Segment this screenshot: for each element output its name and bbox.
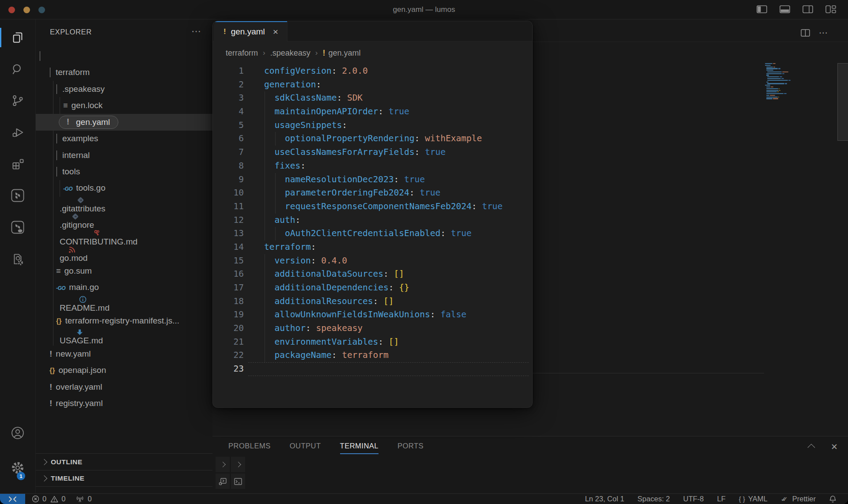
chevron-right-icon[interactable] [231, 457, 245, 472]
tree-item-terraform-registry-manifest.js...[interactable]: {}terraform-registry-manifest.js... [36, 312, 212, 329]
debug-console-icon[interactable] [216, 474, 230, 489]
minimap-slider[interactable] [837, 63, 848, 141]
tree-item-tools[interactable]: tools [36, 164, 212, 181]
split-editor-icon[interactable] [798, 27, 812, 38]
tree-item-.gitattributes[interactable]: .gitattributes [36, 197, 212, 214]
yaml-file-icon: ! [49, 383, 52, 391]
line-number: 18 [213, 295, 244, 308]
status-lf[interactable]: LF [717, 495, 726, 503]
tree-item-go.mod[interactable]: go.mod [36, 246, 212, 263]
status-ln-23-col-1[interactable]: Ln 23, Col 1 [585, 495, 624, 503]
terraform-cloud-icon[interactable] [6, 216, 30, 239]
explorer-header: EXPLORER [50, 28, 92, 36]
status-yaml[interactable]: { }YAML [739, 495, 768, 503]
tree-item-USAGE.md[interactable]: USAGE.md [36, 329, 212, 346]
code-editor[interactable]: 1configVersion: 2.0.02generation:3sdkCla… [213, 64, 532, 376]
tab-gen-yaml[interactable]: ! gen.yaml × [214, 21, 288, 42]
arrow-down-file-icon [56, 329, 103, 336]
settings-icon[interactable]: 1 [6, 456, 30, 479]
chevron-down-icon [57, 84, 57, 94]
panel-tab-output[interactable]: OUTPUT [290, 436, 321, 455]
new-terminal-icon[interactable] [231, 474, 245, 489]
explorer-icon[interactable] [6, 26, 30, 49]
code-line-21: 21environmentVariables: [] [213, 335, 532, 349]
tree-item-CONTRIBUTING.md[interactable]: CONTRIBUTING.md [36, 230, 212, 247]
tree-item-terraform[interactable]: terraform [36, 64, 212, 81]
panel-tab-terminal[interactable]: TERMINAL [340, 436, 379, 455]
tree-item-openapi.json[interactable]: {}openapi.json [36, 362, 212, 379]
toggle-primary-sidebar-icon[interactable] [755, 4, 768, 15]
toggle-secondary-sidebar-icon[interactable] [801, 4, 814, 15]
tree-item-gen.lock[interactable]: ≡gen.lock [36, 98, 212, 114]
status-error[interactable]: 0 [32, 495, 46, 503]
tree-item-label: tools.go [76, 183, 106, 192]
tree-item-label: examples [62, 134, 98, 143]
breadcrumb-separator: › [263, 49, 265, 57]
tree-item-new.yaml[interactable]: !new.yaml [36, 346, 212, 362]
editor-more-actions-icon[interactable]: ⋯ [816, 27, 830, 38]
line-number: 23 [213, 362, 244, 376]
remote-indicator[interactable] [0, 494, 25, 504]
tree-item-registry.yaml[interactable]: !registry.yaml [36, 395, 212, 412]
breadcrumb-item-.speakeasy[interactable]: .speakeasy [270, 49, 310, 58]
code-line-11: 11requestResponseComponentNamesFeb2024: … [213, 200, 532, 214]
timeline-section-header[interactable]: TIMELINE [36, 470, 212, 487]
code-config-icon[interactable] [6, 248, 30, 271]
search-icon[interactable] [6, 58, 30, 81]
tree-item-project-root[interactable] [36, 48, 212, 64]
tree-item-examples[interactable]: examples [36, 131, 212, 147]
outline-section-header[interactable]: OUTLINE [36, 453, 212, 470]
title-bar: gen.yaml — lumos [0, 0, 848, 19]
file-tree: terraform.speakeasy≡gen.lock!gen.yamlexa… [36, 48, 212, 412]
toggle-panel-icon[interactable] [778, 4, 791, 15]
run-and-debug-icon[interactable] [6, 121, 30, 144]
status-utf-8[interactable]: UTF-8 [683, 495, 704, 503]
code-line-4: 4maintainOpenAPIOrder: true [213, 105, 532, 119]
breadcrumb-item-terraform[interactable]: terraform [226, 49, 258, 58]
code-line-17: 17additionalDependencies: {} [213, 281, 532, 295]
status-broadcast[interactable]: 0 [76, 495, 91, 503]
info-file-icon [56, 296, 110, 303]
braces-file-icon: {} [56, 317, 61, 325]
tree-item-README.md[interactable]: README.md [36, 296, 212, 313]
chevron-right-icon [57, 134, 57, 143]
chevron-right-icon[interactable] [216, 457, 230, 472]
close-panel-icon[interactable]: ✕ [828, 441, 840, 452]
status-warning[interactable]: 0 [50, 495, 65, 503]
maximize-panel-icon[interactable] [806, 441, 818, 452]
line-number: 12 [213, 214, 244, 227]
chevron-right-icon [41, 475, 47, 481]
explorer-more-actions-icon[interactable]: ⋯ [191, 26, 202, 37]
tree-item-go.sum[interactable]: ≡go.sum [36, 263, 212, 280]
terraform-icon[interactable] [6, 184, 30, 207]
chevron-right-icon [57, 150, 57, 160]
tree-item-label: new.yaml [56, 349, 91, 358]
editor-panel: ! gen.yaml × terraform›.speakeasy›!gen.y… [212, 21, 533, 408]
tree-item-label: go.sum [64, 266, 92, 275]
minimap[interactable] [765, 63, 800, 100]
tree-item-label: openapi.json [58, 365, 106, 375]
status-prettier[interactable]: ✓✓Prettier [781, 495, 816, 503]
tree-item-main.go[interactable]: -GOmain.go [36, 279, 212, 296]
status-spaces-2[interactable]: Spaces: 2 [637, 495, 670, 503]
notifications-bell-icon[interactable] [829, 495, 837, 503]
panel-tab-problems[interactable]: PROBLEMS [228, 436, 271, 455]
close-tab-icon[interactable]: × [273, 26, 278, 37]
tree-item-.gitignore[interactable]: .gitignore [36, 213, 212, 230]
extensions-icon[interactable] [6, 153, 30, 176]
breadcrumb-item-gen.yaml[interactable]: !gen.yaml [322, 49, 360, 58]
source-control-icon[interactable] [6, 89, 30, 112]
panel-tab-ports[interactable]: PORTS [398, 436, 424, 455]
tree-item-.speakeasy[interactable]: .speakeasy [36, 81, 212, 98]
customize-layout-icon[interactable] [824, 4, 837, 15]
tree-item-label: internal [62, 150, 90, 160]
tree-item-label: terraform [56, 68, 90, 77]
line-number: 1 [213, 64, 244, 78]
line-number: 20 [213, 322, 244, 335]
tree-item-tools.go[interactable]: -GOtools.go [36, 180, 212, 197]
tree-item-overlay.yaml[interactable]: !overlay.yaml [36, 379, 212, 395]
tree-item-internal[interactable]: internal [36, 147, 212, 164]
tree-item-label: overlay.yaml [56, 382, 102, 391]
tree-item-gen.yaml[interactable]: !gen.yaml [36, 114, 212, 131]
accounts-icon[interactable] [6, 421, 30, 444]
